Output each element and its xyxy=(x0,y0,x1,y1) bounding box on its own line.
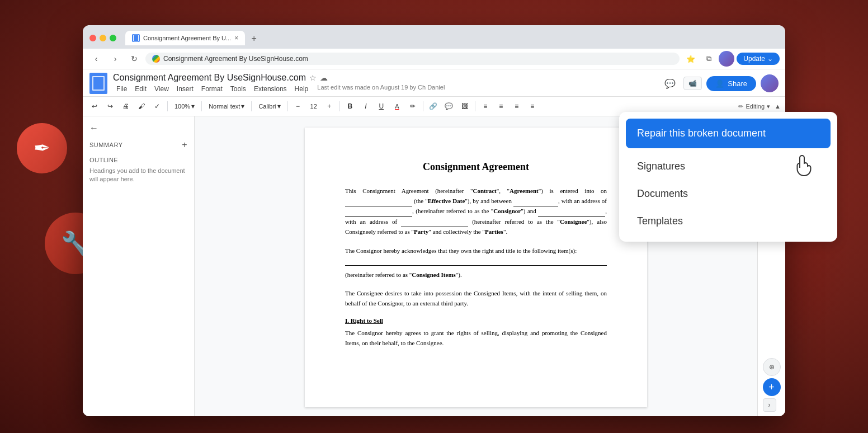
align-justify-button[interactable]: ≡ xyxy=(525,99,540,114)
outline-section-header: OUTLINE xyxy=(89,157,187,163)
google-icon xyxy=(152,55,160,63)
menu-tools[interactable]: Tools xyxy=(227,84,249,94)
menu-insert[interactable]: Insert xyxy=(173,84,197,94)
doc-paragraph-1: This Consignment Agreement (hereinafter … xyxy=(345,186,607,237)
align-center-button[interactable]: ≡ xyxy=(494,99,508,114)
tab-title: Consignment Agreement By U... xyxy=(143,35,231,41)
star-icon[interactable]: ☆ xyxy=(309,73,317,82)
outline-hint-text: Headings you add to the document will ap… xyxy=(89,167,187,184)
toolbar-divider-3 xyxy=(251,101,252,111)
extension-icon[interactable]: ⧉ xyxy=(701,51,716,67)
redo-button[interactable]: ↪ xyxy=(103,99,117,114)
gdocs-title-info: Consignment Agreement By UseSignHouse.co… xyxy=(113,73,655,94)
add-summary-button[interactable]: + xyxy=(182,140,187,150)
align-left-button[interactable]: ≡ xyxy=(478,99,493,114)
menu-help[interactable]: Help xyxy=(291,84,312,94)
user-avatar xyxy=(719,51,734,67)
menu-edit[interactable]: Edit xyxy=(131,84,150,94)
close-window-button[interactable] xyxy=(89,35,96,41)
doc-paragraph-5: The Consignor hereby agrees to grant the… xyxy=(345,328,607,348)
menu-view[interactable]: View xyxy=(151,84,172,94)
document-page: Consignment Agreement This Consignment A… xyxy=(305,128,647,407)
bookmark-star-icon[interactable]: ⭐ xyxy=(683,51,699,67)
highlight-button[interactable]: ✏ xyxy=(405,99,420,114)
address-bar-url: Consignment Agreement By UseSignHouse.co… xyxy=(163,55,308,63)
app-icon-pen[interactable]: ✒ xyxy=(17,123,67,173)
cloud-icon[interactable]: ☁ xyxy=(320,73,328,82)
tab-bar: Consignment Agreement By U... × + xyxy=(125,31,779,45)
toolbar-divider-4 xyxy=(287,101,288,111)
comment-button[interactable]: 💬 xyxy=(661,74,679,92)
link-button[interactable]: 🔗 xyxy=(426,99,441,114)
expand-panel-button[interactable]: › xyxy=(763,398,776,412)
spelling-button[interactable]: ✓ xyxy=(150,99,164,114)
doc-paragraph-4: The Consignee desires to take into posse… xyxy=(345,289,607,308)
reload-button[interactable]: ↻ xyxy=(126,51,142,67)
minimize-window-button[interactable] xyxy=(100,35,106,41)
blank-date xyxy=(345,196,412,207)
zoom-select[interactable]: 100% ▾ xyxy=(171,99,199,114)
font-select[interactable]: Calibri ▾ xyxy=(254,99,284,114)
toolbar-divider-7 xyxy=(475,101,475,111)
bold-button[interactable]: B xyxy=(343,99,357,114)
share-icon: 👤 xyxy=(715,79,724,88)
documents-menu-item[interactable]: Documents xyxy=(626,180,831,208)
menu-extensions[interactable]: Extensions xyxy=(251,84,290,94)
undo-button[interactable]: ↩ xyxy=(87,99,102,114)
tab-favicon xyxy=(132,34,140,42)
document-title[interactable]: Consignment Agreement By UseSignHouse.co… xyxy=(113,73,306,83)
chevron-down-icon-2: ▾ xyxy=(241,102,244,110)
signatures-menu-item[interactable]: Signatures xyxy=(626,153,831,180)
profile-icon[interactable] xyxy=(719,51,734,67)
maximize-window-button[interactable] xyxy=(110,35,116,41)
collapse-toolbar-button[interactable]: ▲ xyxy=(775,103,781,110)
chevron-down-icon: ▾ xyxy=(191,102,195,110)
style-select[interactable]: Normal text ▾ xyxy=(205,99,248,114)
menu-file[interactable]: File xyxy=(113,84,130,94)
repair-document-button[interactable]: Repair this broken document xyxy=(626,119,831,148)
back-button[interactable]: ‹ xyxy=(88,51,104,67)
user-avatar-docs[interactable] xyxy=(761,74,779,92)
tab-close-button[interactable]: × xyxy=(234,34,238,42)
meet-button[interactable]: 📹 xyxy=(683,77,702,90)
blank-address2 xyxy=(401,217,468,228)
align-right-button[interactable]: ≡ xyxy=(510,99,524,114)
doc-paragraph-3: (hereinafter referred to as "Consigned I… xyxy=(345,270,607,280)
back-to-docs-button[interactable]: ← xyxy=(89,123,187,133)
update-button[interactable]: Update ⌄ xyxy=(737,53,780,65)
scroll-top-button[interactable]: ⊕ xyxy=(763,358,781,376)
new-tab-button[interactable]: + xyxy=(247,32,261,45)
toolbar-divider-5 xyxy=(339,101,340,111)
templates-menu-item[interactable]: Templates xyxy=(626,208,831,235)
menu-format[interactable]: Format xyxy=(198,84,226,94)
paint-format-button[interactable]: 🖌 xyxy=(134,99,149,114)
gdocs-header-right: 💬 📹 👤 Share xyxy=(661,74,779,92)
text-color-button[interactable]: A xyxy=(390,99,404,114)
gdocs-title-row: Consignment Agreement By UseSignHouse.co… xyxy=(89,73,779,94)
font-size-increase[interactable]: + xyxy=(322,99,337,114)
summary-section-header: SUMMARY + xyxy=(89,140,187,150)
image-button[interactable]: 🖼 xyxy=(457,99,472,114)
editing-mode[interactable]: ✏ Editing ▾ ▲ xyxy=(738,103,781,110)
forward-button[interactable]: › xyxy=(107,51,123,67)
share-button[interactable]: 👤 Share xyxy=(706,76,756,91)
comment-inline-button[interactable]: 💬 xyxy=(442,99,456,114)
add-note-button[interactable]: + xyxy=(763,378,781,396)
browser-toolbar: ‹ › ↻ Consignment Agreement By UseSignHo… xyxy=(83,49,785,69)
gdocs-header: Consignment Agreement By UseSignHouse.co… xyxy=(83,69,785,97)
blank-party2 xyxy=(538,206,605,217)
document-outline-sidebar: ← SUMMARY + OUTLINE Headings you add to … xyxy=(83,116,195,416)
browser-tab-active[interactable]: Consignment Agreement By U... × xyxy=(125,31,245,45)
edit-icon: ✏ xyxy=(738,103,743,110)
blank-party1 xyxy=(513,196,558,207)
print-button[interactable]: 🖨 xyxy=(119,99,133,114)
font-size-select[interactable]: 12 xyxy=(306,99,321,114)
chevron-down-icon: ⌄ xyxy=(767,55,773,63)
address-bar[interactable]: Consignment Agreement By UseSignHouse.co… xyxy=(145,53,680,65)
toolbar-divider xyxy=(167,101,168,111)
font-size-decrease[interactable]: − xyxy=(291,99,305,114)
section-1-title: I. Right to Sell xyxy=(345,317,607,324)
docs-file-icon xyxy=(89,73,107,94)
italic-button[interactable]: I xyxy=(358,99,373,114)
underline-button[interactable]: U xyxy=(374,99,389,114)
